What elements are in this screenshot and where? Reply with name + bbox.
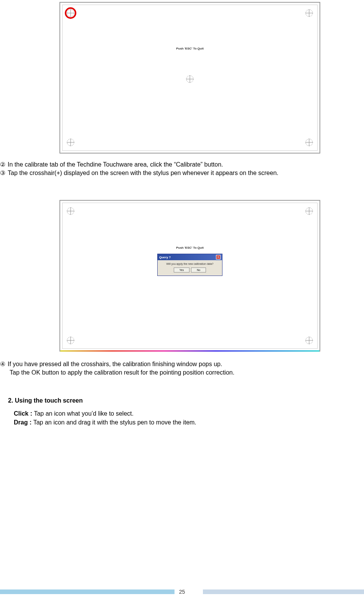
drag-instruction: Drag : Tap an icon and drag it with the … bbox=[14, 418, 364, 427]
step-text: In the calibrate tab of the Techdine Tou… bbox=[8, 160, 223, 169]
usage-instructions: Click : Tap an icon what you’d like to s… bbox=[14, 409, 364, 427]
dialog-buttons: Yes No bbox=[160, 267, 220, 272]
close-icon[interactable]: × bbox=[216, 255, 221, 259]
dialog-title: Query ? bbox=[159, 256, 171, 259]
term-label: Click : bbox=[14, 410, 34, 417]
crosshair-target-icon bbox=[305, 206, 314, 216]
crosshair-target-icon bbox=[66, 336, 75, 345]
crosshair-target-icon bbox=[66, 206, 75, 216]
step-number: ④ bbox=[0, 360, 5, 368]
instruction-steps: ② In the calibrate tab of the Techdine T… bbox=[0, 160, 364, 177]
term-label: Drag : bbox=[14, 419, 33, 426]
term-text: Tap an icon what you’d like to select. bbox=[34, 410, 133, 417]
step-text: If you have pressed all the crosshairs, … bbox=[8, 360, 222, 368]
crosshair-target-icon bbox=[185, 74, 194, 84]
step-number: ② bbox=[0, 160, 5, 169]
step-3: ③ Tap the crosshair(+) displayed on the … bbox=[0, 169, 364, 177]
dialog-titlebar: Query ? × bbox=[158, 254, 222, 260]
highlight-ring-icon bbox=[65, 7, 76, 19]
crosshair-target-icon bbox=[305, 138, 314, 147]
crosshair-target-icon bbox=[305, 8, 314, 18]
step-4-continued: Tap the OK button to apply the calibrati… bbox=[10, 368, 364, 377]
crosshair-target-icon bbox=[66, 138, 75, 147]
query-dialog: Query ? × Will you apply the new calibra… bbox=[157, 254, 222, 276]
click-instruction: Click : Tap an icon what you’d like to s… bbox=[14, 409, 364, 418]
no-button[interactable]: No bbox=[191, 267, 206, 272]
esc-instruction-text: Push 'ESC' To Quit bbox=[176, 47, 204, 50]
esc-instruction-text: Push 'ESC' To Quit bbox=[176, 246, 204, 249]
page-number: 25 bbox=[179, 589, 185, 595]
step-number: ③ bbox=[0, 169, 5, 177]
calibration-screenshot-1: Push 'ESC' To Quit bbox=[59, 2, 320, 154]
step-text: Tap the crosshair(+) displayed on the sc… bbox=[8, 169, 278, 177]
step-4: ④ If you have pressed all the crosshairs… bbox=[0, 360, 364, 368]
instruction-steps: ④ If you have pressed all the crosshairs… bbox=[0, 360, 364, 376]
footer-bar-right bbox=[203, 589, 364, 594]
crosshair-target-icon bbox=[305, 336, 314, 345]
yes-button[interactable]: Yes bbox=[174, 267, 189, 272]
footer-bar-left bbox=[0, 589, 175, 594]
term-text: Tap an icon and drag it with the stylus … bbox=[33, 419, 196, 426]
step-2: ② In the calibrate tab of the Techdine T… bbox=[0, 160, 364, 169]
calibration-screenshot-2: Push 'ESC' To Quit Query ? × Will you ap… bbox=[59, 200, 320, 352]
dialog-body: Will you apply the new calibration data?… bbox=[158, 260, 222, 276]
dialog-message: Will you apply the new calibration data? bbox=[160, 263, 220, 265]
section-heading: 2. Using the touch screen bbox=[8, 397, 364, 404]
rainbow-divider bbox=[60, 350, 320, 352]
